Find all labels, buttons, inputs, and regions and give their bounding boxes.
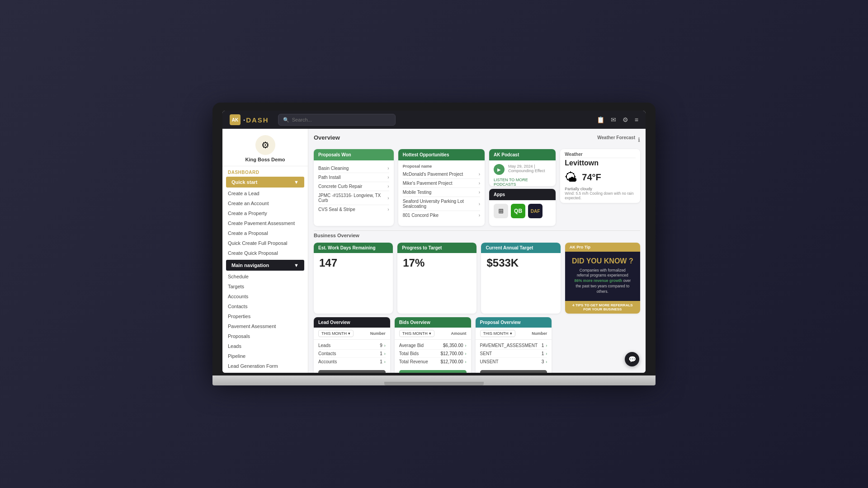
sidebar-item-pavement[interactable]: Pavement Asessment [222, 321, 308, 331]
opportunity-item[interactable]: Mobile Testing› [403, 188, 480, 197]
sidebar-item-leads[interactable]: Leads [222, 341, 308, 351]
progress-target-header: Progress to Target [397, 243, 476, 253]
unsent-row[interactable]: UNSENT 3 › [480, 358, 547, 366]
bids-overview-sub: THIS MONTH ▾ Amount [395, 328, 471, 340]
sidebar-item-quick-full-proposal[interactable]: Quick Create Full Proposal [222, 238, 308, 248]
ak-podcast-card: AK Podcast ▶ May 29, 2024 | Compounding … [489, 149, 556, 186]
opportunity-item[interactable]: McDonald's Pavement Project› [403, 170, 480, 179]
row-arrow-icon: › [546, 352, 547, 356]
podcast-listen-more[interactable]: LISTEN TO MORE PODCASTS [489, 177, 556, 186]
arrow-icon: › [479, 202, 480, 206]
row-arrow-icon: › [384, 343, 386, 348]
search-bar[interactable]: 🔍 [278, 114, 396, 126]
proposals-won-card: Proposals Won Basin Cleaning› Path Insta… [314, 149, 394, 226]
company-logo: ⚙ [255, 135, 275, 155]
chat-button[interactable]: 💬 [625, 352, 639, 366]
opportunity-item[interactable]: 801 Concord Pike› [403, 211, 480, 220]
sidebar-item-create-proposal[interactable]: Create a Proposal [222, 228, 308, 238]
menu-icon[interactable]: ≡ [635, 116, 638, 123]
sidebar-item-pavement-assessment[interactable]: Create Pavement Assessment [222, 218, 308, 228]
sidebar-item-accounts[interactable]: Accounts [222, 291, 308, 301]
row-arrow-icon: › [465, 360, 467, 364]
proposal-month-dropdown[interactable]: THIS MONTH ▾ [480, 330, 515, 337]
annual-target-value: $533K [486, 257, 555, 269]
row-arrow-icon: › [465, 343, 467, 348]
proposals-won-body: Basin Cleaning› Path Install› Concrete C… [314, 160, 394, 217]
proposal-detailed-report-button[interactable]: View Detailed Report [480, 370, 547, 373]
sidebar-item-create-lead[interactable]: Create a Lead [222, 188, 308, 198]
row-arrow-icon: › [546, 343, 547, 348]
row-arrow-icon: › [546, 360, 547, 364]
mail-icon[interactable]: ✉ [611, 116, 616, 123]
lead-overview-sub: THIS MONTH ▾ Number [314, 328, 390, 340]
quickbooks-icon[interactable]: QB [511, 204, 525, 218]
total-revenue-row[interactable]: Total Revenue $12,700.00 › [399, 358, 467, 366]
sidebar-item-lead-gen[interactable]: Lead Generation Form [222, 361, 308, 371]
clipboard-icon[interactable]: 📋 [597, 116, 604, 123]
podcast-play-button[interactable]: ▶ [494, 164, 505, 175]
quick-start-dropdown[interactable]: Quick start ▼ [226, 177, 304, 188]
bids-overview-card: Bids Overview THIS MONTH ▾ Amount [395, 317, 471, 373]
sidebar-item-pipeline[interactable]: Pipeline [222, 351, 308, 361]
daf-app-icon[interactable]: DAF [528, 204, 542, 218]
sidebar-item-targets[interactable]: Targets [222, 282, 308, 291]
est-work-days-card: Est. Work Days Remaining 147 [314, 243, 393, 314]
sent-row[interactable]: SENT 1 › [480, 350, 547, 358]
est-work-days-value: 147 [319, 257, 387, 269]
contacts-row[interactable]: Contacts 1 › [318, 350, 386, 358]
podcast-header: AK Podcast [489, 149, 556, 160]
total-bids-row[interactable]: Total Bids $12,700.00 › [399, 350, 467, 358]
top-navigation: AK ·DASH 🔍 📋 ✉ ⚙ ≡ [222, 111, 646, 129]
avg-bid-row[interactable]: Average Bid $6,350.00 › [399, 342, 467, 350]
sidebar-logo-area: ⚙ King Boss Demo [222, 129, 308, 166]
weather-temp: 74°F [582, 172, 601, 183]
lead-col-header: Number [370, 331, 386, 336]
bids-detailed-report-button[interactable]: View Detailed Report [399, 370, 467, 373]
search-input[interactable] [292, 117, 391, 122]
weather-location: Levittown [560, 158, 640, 168]
sidebar-item-proposals[interactable]: Proposals [222, 331, 308, 341]
job-item[interactable]: JPMC -#151316- Longview, TX Curb› [318, 191, 389, 205]
opportunity-item[interactable]: Seaford University Parking Lot Sealcoati… [403, 197, 480, 211]
overview-title: Overview [314, 134, 340, 141]
hottest-opps-body: Proposal name McDonald's Pavement Projec… [398, 160, 485, 223]
job-item[interactable]: Path Install› [318, 173, 389, 182]
sidebar-item-invoices[interactable]: Invoices [222, 371, 308, 373]
pro-tip-footer: 4 TIPS TO GET MORE REFERRALS FOR YOUR BU… [565, 301, 640, 314]
pavement-assessment-row[interactable]: PAVEMENT_ASSESSMENT 1 › [480, 342, 547, 350]
create-lead-button[interactable]: Create a Lead [318, 370, 386, 373]
sidebar-item-contacts[interactable]: Contacts [222, 301, 308, 311]
lead-overview-header: Lead Overview [314, 317, 390, 328]
main-nav-dropdown[interactable]: Main navigation ▼ [226, 260, 304, 271]
app-name: ·DASH [243, 116, 269, 124]
laptop-base [212, 375, 656, 385]
accounts-row[interactable]: Accounts 1 › [318, 358, 386, 366]
job-item[interactable]: CVS Seal & Stripe› [318, 205, 389, 214]
arrow-icon: › [479, 213, 480, 218]
content-area: Overview Weather Forecast ℹ Proposals Wo… [308, 129, 646, 373]
sidebar-item-create-property[interactable]: Create a Property [222, 208, 308, 218]
sidebar-item-schedule[interactable]: Schedule [222, 272, 308, 282]
lead-row[interactable]: Leads 9 › [318, 342, 386, 350]
sidebar-item-create-account[interactable]: Create an Account [222, 198, 308, 208]
lead-month-dropdown[interactable]: THIS MONTH ▾ [318, 330, 354, 337]
weather-forecast-title: Weather Forecast [597, 135, 635, 140]
row-arrow-icon: › [465, 352, 467, 356]
search-icon: 🔍 [283, 117, 289, 123]
grid-app-icon[interactable]: ⊞ [494, 204, 508, 218]
opportunity-item[interactable]: Mike's Pavement Project› [403, 179, 480, 188]
sidebar-item-properties[interactable]: Properties [222, 311, 308, 321]
weather-icon-area: 🌤 74°F [560, 168, 640, 187]
hottest-opportunities-card: Hottest Opportunities Proposal name McDo… [398, 149, 485, 226]
lead-overview-card: Lead Overview THIS MONTH ▾ Number [314, 317, 390, 373]
arrow-icon: › [479, 190, 480, 195]
row-arrow-icon: › [384, 360, 386, 364]
dashboard-label: Dashboard [222, 166, 308, 177]
sidebar-item-quick-proposal[interactable]: Create Quick Proposal [222, 248, 308, 258]
pro-tip-card: AK Pro Tip DID YOU KNOW ? Companies with… [565, 243, 640, 314]
settings-icon[interactable]: ⚙ [623, 116, 628, 123]
job-item[interactable]: Basin Cleaning› [318, 164, 389, 173]
bids-month-dropdown[interactable]: THIS MONTH ▾ [399, 330, 434, 337]
job-item[interactable]: Concrete Curb Repair› [318, 182, 389, 191]
info-icon[interactable]: ℹ [638, 136, 640, 143]
